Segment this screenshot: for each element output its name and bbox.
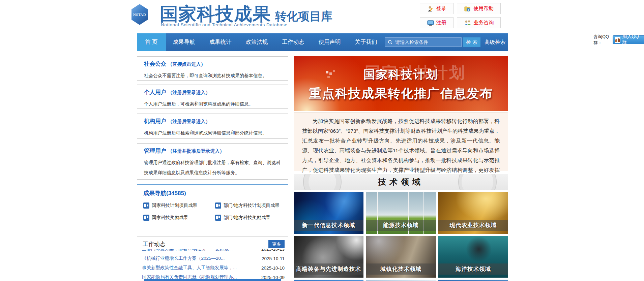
- main-container: NSTAD 国家科技成果 转化项目库 National Scientific a…: [137, 0, 508, 281]
- help-label: 使用帮助: [474, 5, 494, 12]
- public-user-note: （直接点击进入）: [168, 61, 205, 67]
- page: NSTAD 国家科技成果 转化项目库 National Scientific a…: [0, 0, 644, 281]
- tile-partial-row3[interactable]: [438, 280, 508, 281]
- results-nav-label: 国家科技奖励成果: [152, 215, 188, 221]
- intro-paragraph: 为加快实施国家创新驱动发展战略，按照促进科技成果转移转化行动的部署，科技部以国家…: [294, 112, 508, 171]
- work-news-box: 工作动态 更多 三部门印发方案，部署15项任务——更好发... 2025-10-…: [137, 237, 288, 281]
- tile-partial-row3[interactable]: [294, 280, 363, 281]
- promo-banner[interactable]: 国家科技计划 国家科技计划 重点科技成果转化推广信息发布: [294, 56, 508, 111]
- news-item-title: 事关新型政策性金融工具、人工智能发展等，...: [142, 265, 237, 271]
- tech-domain-header: 技术领域: [294, 174, 508, 190]
- results-nav-item-local-award[interactable]: 部门/地方科技奖励成果: [215, 215, 282, 221]
- results-nav-item-national-plan[interactable]: 国家科技计划项目成果: [143, 202, 212, 209]
- news-list: 三部门印发方案，部署15项任务——更好发... 2025-10-13 《机械行业…: [142, 249, 285, 279]
- search-icon: [388, 40, 392, 44]
- tile-ocean[interactable]: 海洋技术领域: [438, 236, 508, 278]
- search-wrap: [385, 37, 462, 47]
- news-item[interactable]: 国家能源局有关负责同志就《能源规划管理办... 2025-10-09: [142, 273, 285, 279]
- results-nav-label: 国家科技计划项目成果: [152, 202, 197, 209]
- qq-consult-label: 咨询QQ群：: [593, 34, 612, 46]
- qq-consult-area: 咨询QQ群： 加入QQ群: [593, 34, 644, 46]
- tile-agriculture[interactable]: 现代农业技术领域: [438, 192, 508, 234]
- join-qq-group-button[interactable]: 加入QQ群: [613, 35, 644, 44]
- login-label: 登录: [436, 5, 446, 12]
- institution-user-box[interactable]: 机构用户 （注册后登录进入） 机构用户注册后可检索和浏览成果详细信息和部分统计信…: [137, 114, 288, 139]
- svg-text:i: i: [468, 8, 468, 11]
- admin-user-box[interactable]: 管理用户 （注册并批准后登录进入） 管理用户通过政府科技管理部门批准注册，享有检…: [137, 143, 288, 180]
- public-user-desc: 社会公众不需要注册，即可查询和浏览科技成果的基本信息。: [144, 71, 281, 81]
- personal-user-title: 个人用户: [144, 89, 166, 95]
- results-nav-box: 成果导航(34585) 国家科技计划项目成果 部门/地方科技计划项目成果 国家科…: [137, 184, 288, 233]
- news-bottom-strip: [144, 279, 281, 281]
- banner-line2: 重点科技成果转化推广信息发布: [309, 85, 493, 102]
- news-item[interactable]: 事关新型政策性金融工具、人工智能发展等，... 2025-10-10: [142, 263, 285, 273]
- nav-item-usage-statement[interactable]: 使用声明: [312, 33, 348, 51]
- advanced-search-link[interactable]: 高级检索: [485, 39, 505, 46]
- nav-item-policies[interactable]: 政策法规: [239, 33, 275, 51]
- tech-domain-grid: 新一代信息技术领域 能源技术领域 现代农业技术领域 高端装备与先进制造技术 城镇…: [294, 192, 508, 281]
- tile-info-tech[interactable]: 新一代信息技术领域: [294, 192, 363, 234]
- more-button[interactable]: 更多: [268, 240, 285, 248]
- tile-label: 海洋技术领域: [438, 263, 508, 275]
- consult-button[interactable]: 业务咨询: [457, 17, 501, 28]
- tile-label: 现代农业技术领域: [438, 220, 508, 231]
- pixel-decoration: [326, 71, 328, 73]
- account-actions: 登录 i 使用帮助 注册: [420, 3, 501, 28]
- news-item-title: 《机械行业稳增长工作方案（2025—20...: [142, 255, 225, 261]
- document-icon: [215, 202, 221, 209]
- main-nav: 首 页 成果导航 成果统计 政策法规 工作动态 使用声明 关于我们 检 索 高级…: [137, 33, 508, 51]
- qq-people-icon: [615, 37, 620, 43]
- document-icon: [143, 202, 149, 209]
- news-item[interactable]: 《机械行业稳增长工作方案（2025—20... 2025-10-11: [142, 254, 285, 263]
- news-item[interactable]: 三部门印发方案，部署15项任务——更好发... 2025-10-13: [142, 249, 285, 254]
- results-nav-item-national-award[interactable]: 国家科技奖励成果: [143, 215, 212, 221]
- nav-item-work-news[interactable]: 工作动态: [275, 33, 312, 51]
- institution-user-note: （注册后登录进入）: [168, 119, 210, 124]
- news-item-date: 2025-10-13: [261, 249, 285, 252]
- personal-user-box[interactable]: 个人用户 （注册后登录进入） 个人用户注册后，可检索和浏览科技成果的详细信息。: [137, 85, 288, 109]
- public-user-box[interactable]: 社会公众 （直接点击进入） 社会公众不需要注册，即可查询和浏览科技成果的基本信息…: [137, 56, 288, 81]
- document-icon: [215, 215, 221, 221]
- register-label: 注册: [436, 20, 446, 26]
- tile-label: 高端装备与先进制造技术: [294, 263, 363, 275]
- public-user-title: 社会公众: [144, 61, 166, 67]
- institution-user-desc: 机构用户注册后可检索和浏览成果详细信息和部分统计信息。: [144, 128, 281, 138]
- news-item-date: 2025-10-09: [261, 275, 285, 280]
- consult-label: 业务咨询: [474, 20, 494, 26]
- register-monitor-icon: [427, 20, 434, 26]
- work-news-title: 工作动态: [143, 240, 166, 248]
- nav-item-results-nav[interactable]: 成果导航: [166, 33, 202, 51]
- results-nav-title: 成果导航(34585): [143, 189, 282, 197]
- logo-abbr: NSTAD: [133, 12, 146, 17]
- login-button[interactable]: 登录: [420, 3, 453, 14]
- admin-user-note: （注册并批准后登录进入）: [168, 148, 224, 154]
- search-button[interactable]: 检 索: [463, 37, 480, 47]
- nav-item-results-stats[interactable]: 成果统计: [202, 33, 239, 51]
- results-nav-label: 部门/地方科技计划项目成果: [224, 202, 280, 209]
- tile-equipment-manufacturing[interactable]: 高端装备与先进制造技术: [294, 236, 363, 278]
- tile-partial-row3[interactable]: [366, 280, 436, 281]
- results-nav-item-local-plan[interactable]: 部门/地方科技计划项目成果: [215, 202, 282, 209]
- tile-urbanization[interactable]: 城镇化技术领域: [366, 236, 436, 278]
- admin-user-desc: 管理用户通过政府科技管理部门批准注册，享有检索、查询、浏览科技成果详细信息以及成…: [144, 158, 281, 178]
- register-button[interactable]: 注册: [420, 17, 453, 28]
- personal-user-note: （注册后登录进入）: [168, 90, 210, 95]
- search-area: 检 索 高级检索: [385, 37, 505, 47]
- tile-label: 新一代信息技术领域: [294, 220, 363, 231]
- banner-line1: 国家科技计划: [363, 67, 438, 83]
- news-item-date: 2025-10-11: [262, 256, 285, 261]
- consult-people-icon: [464, 20, 471, 26]
- news-item-title: 三部门印发方案，部署15项任务——更好发...: [142, 249, 233, 252]
- site-logo[interactable]: NSTAD: [131, 4, 148, 25]
- results-nav-label: 部门/地方科技奖励成果: [224, 215, 270, 221]
- search-input[interactable]: [385, 37, 462, 47]
- document-icon: [143, 215, 149, 221]
- help-button[interactable]: i 使用帮助: [457, 3, 501, 14]
- login-pencil-icon: [427, 5, 434, 12]
- tile-label: 城镇化技术领域: [366, 263, 436, 275]
- nav-item-about-us[interactable]: 关于我们: [348, 33, 384, 51]
- tech-domain-title: 技术领域: [378, 177, 424, 187]
- news-item-date: 2025-10-10: [261, 266, 285, 271]
- nav-item-home[interactable]: 首 页: [137, 33, 166, 51]
- tile-energy[interactable]: 能源技术领域: [366, 192, 436, 234]
